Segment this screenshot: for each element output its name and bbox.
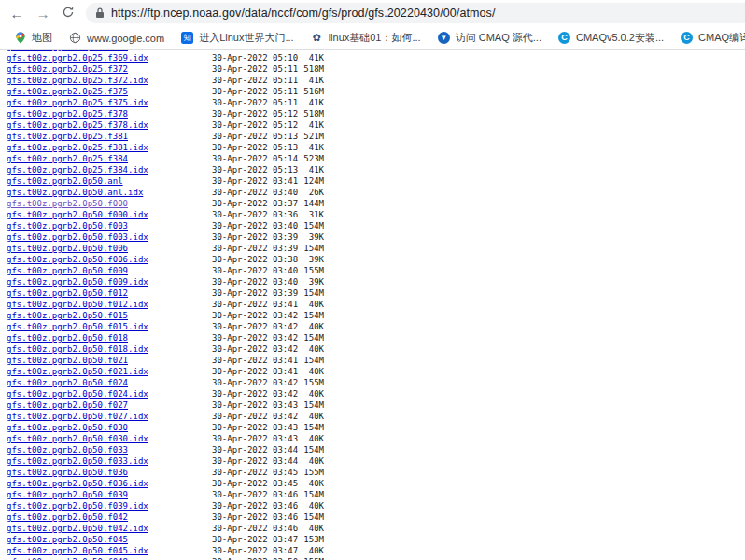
- file-row: gfs.t00z.pgrb2.0p50.f006.idx30-Apr-2022 …: [0, 254, 745, 265]
- padlock-icon[interactable]: [95, 7, 105, 19]
- file-link[interactable]: gfs.t00z.pgrb2.0p50.f000.idx: [7, 209, 148, 220]
- file-size: 40K: [280, 523, 324, 534]
- url-bar[interactable]: https://ftp.ncep.noaa.gov/data/nccf/com/…: [86, 3, 745, 23]
- file-link[interactable]: gfs.t00z.pgrb2.0p25.f381: [7, 131, 128, 142]
- file-link[interactable]: gfs.t00z.pgrb2.0p50.f015.idx: [7, 321, 148, 332]
- file-link[interactable]: gfs.t00z.pgrb2.0p50.f030.idx: [7, 433, 148, 444]
- back-icon: ←: [10, 6, 24, 21]
- file-link[interactable]: gfs.t00z.pgrb2.0p50.f024.idx: [7, 388, 148, 399]
- file-link[interactable]: gfs.t00z.pgrb2.0p50.f012.idx: [7, 299, 148, 310]
- bookmark-label: 地图: [32, 31, 52, 45]
- bookmark-label: 访问 CMAQ 源代...: [456, 31, 541, 45]
- file-size: 154M: [280, 399, 324, 411]
- file-size: 518M: [280, 63, 324, 75]
- file-link[interactable]: gfs.t00z.pgrb2.0p50.f012: [7, 287, 128, 299]
- file-size: 153M: [280, 534, 324, 545]
- file-size: 40K: [280, 545, 324, 556]
- file-link[interactable]: gfs.t00z.pgrb2.0p50.f027: [7, 399, 128, 411]
- file-link[interactable]: gfs.t00z.pgrb2.0p50.f009: [7, 265, 128, 276]
- bookmark-maps[interactable]: 地图: [6, 29, 61, 47]
- file-link[interactable]: gfs.t00z.pgrb2.0p50.f045: [7, 534, 128, 545]
- file-link[interactable]: gfs.t00z.pgrb2.0p50.f048: [7, 556, 128, 560]
- file-row: gfs.t00z.pgrb2.0p50.anl30-Apr-2022 03:41…: [0, 175, 745, 187]
- file-link[interactable]: gfs.t00z.pgrb2.0p50.f039: [7, 489, 128, 500]
- file-link[interactable]: gfs.t00z.pgrb2.0p50.f009.idx: [7, 276, 148, 287]
- bookmark-google[interactable]: www.google.com: [61, 30, 173, 46]
- file-link[interactable]: gfs.t00z.pgrb2.0p50.f006: [7, 243, 128, 254]
- file-size: 40K: [280, 433, 324, 444]
- file-link[interactable]: gfs.t00z.pgrb2.0p25.f372.idx: [7, 75, 148, 86]
- file-link[interactable]: gfs.t00z.pgrb2.0p50.f018.idx: [7, 343, 148, 355]
- file-link[interactable]: gfs.t00z.pgrb2.0p25.f381.idx: [7, 142, 148, 153]
- forward-icon: →: [36, 6, 50, 21]
- file-row: gfs.t00z.pgrb2.0p50.f027.idx30-Apr-2022 …: [0, 411, 745, 422]
- file-size: 154M: [280, 310, 324, 321]
- file-link[interactable]: gfs.t00z.pgrb2.0p50.f030: [7, 422, 128, 433]
- file-row: gfs.t00z.pgrb2.0p50.f012.idx30-Apr-2022 …: [0, 299, 745, 310]
- file-size: 40K: [280, 500, 324, 511]
- file-link[interactable]: gfs.t00z.pgrb2.0p50.f018: [7, 332, 128, 343]
- file-row: gfs.t00z.pgrb2.0p50.f045.idx30-Apr-2022 …: [0, 545, 745, 556]
- file-link[interactable]: gfs.t00z.pgrb2.0p50.f036.idx: [7, 478, 148, 489]
- back-button[interactable]: ←: [5, 0, 29, 26]
- file-link[interactable]: gfs.t00z.pgrb2.0p50.f003.idx: [7, 231, 148, 243]
- file-row: gfs.t00z.pgrb2.0p50.f018.idx30-Apr-2022 …: [0, 343, 745, 355]
- file-row: gfs.t00z.pgrb2.0p50.f04830-Apr-2022 03:5…: [0, 556, 745, 560]
- file-size: 124M: [280, 175, 324, 187]
- bookmark-cmaq-compile[interactable]: C CMAQ编译教程-专...: [672, 29, 745, 47]
- file-link[interactable]: gfs.t00z.pgrb2.0p50.anl.idx: [7, 187, 143, 198]
- bookmark-label: www.google.com: [87, 33, 164, 44]
- file-link[interactable]: gfs.t00z.pgrb2.0p50.f024: [7, 377, 128, 388]
- file-row: gfs.t00z.pgrb2.0p50.f00630-Apr-2022 03:3…: [0, 243, 745, 254]
- file-size: 41K: [280, 164, 324, 175]
- file-row: gfs.t00z.pgrb2.0p50.f00930-Apr-2022 03:4…: [0, 265, 745, 276]
- url-text[interactable]: https://ftp.ncep.noaa.gov/data/nccf/com/…: [111, 7, 496, 20]
- zhihu-icon: 知: [181, 32, 193, 44]
- bookmark-linux-intro[interactable]: 知 进入Linux世界大门...: [173, 29, 302, 47]
- file-size: 40K: [280, 411, 324, 422]
- file-size: 41K: [280, 142, 324, 153]
- forward-button[interactable]: →: [31, 0, 55, 26]
- file-link[interactable]: gfs.t00z.pgrb2.0p50.f042.idx: [7, 523, 148, 534]
- file-row: gfs.t00z.pgrb2.0p25.f37230-Apr-2022 05:1…: [0, 63, 745, 75]
- bookmark-label: linux基础01：如何...: [329, 31, 421, 45]
- bookmark-linux-basics[interactable]: ✿ linux基础01：如何...: [302, 29, 429, 47]
- file-link[interactable]: gfs.t00z.pgrb2.0p25.f375.idx: [7, 97, 148, 108]
- file-link[interactable]: gfs.t00z.pgrb2.0p25.f378: [7, 108, 128, 119]
- browser-toolbar: ← → https://ftp.ncep.noaa.gov/data/nccf/…: [0, 0, 745, 26]
- file-link[interactable]: gfs.t00z.pgrb2.0p50.f033.idx: [7, 455, 148, 467]
- bookmark-cmaq-source[interactable]: ▼ 访问 CMAQ 源代...: [429, 29, 550, 47]
- file-link[interactable]: gfs.t00z.pgrb2.0p50.anl: [7, 175, 123, 187]
- file-link[interactable]: gfs.t00z.pgrb2.0p25.f378.idx: [7, 119, 148, 131]
- file-link[interactable]: gfs.t00z.pgrb2.0p25.f384.idx: [7, 164, 148, 175]
- file-link[interactable]: gfs.t00z.pgrb2.0p50.f003: [7, 220, 128, 231]
- file-row: gfs.t00z.pgrb2.0p50.f024.idx30-Apr-2022 …: [0, 388, 745, 399]
- file-link[interactable]: gfs.t00z.pgrb2.0p50.f021.idx: [7, 366, 148, 377]
- file-size: 40K: [280, 478, 324, 489]
- file-link[interactable]: gfs.t00z.pgrb2.0p25.f372: [7, 63, 128, 75]
- file-link[interactable]: gfs.t00z.pgrb2.0p50.f000: [7, 198, 128, 209]
- file-link[interactable]: gfs.t00z.pgrb2.0p50.f015: [7, 310, 128, 321]
- globe-icon: [69, 32, 81, 44]
- file-link[interactable]: gfs.t00z.pgrb2.0p50.f006.idx: [7, 254, 148, 265]
- file-size: 155M: [280, 377, 324, 388]
- file-row: gfs.t00z.pgrb2.0p50.f033.idx30-Apr-2022 …: [0, 455, 745, 467]
- bookmark-cmaq-install[interactable]: C CMAQv5.0.2安装...: [550, 29, 672, 47]
- file-size: 26K: [280, 187, 324, 198]
- file-link[interactable]: gfs.t00z.pgrb2.0p50.f021: [7, 355, 128, 366]
- file-link[interactable]: gfs.t00z.pgrb2.0p25.f384: [7, 153, 128, 164]
- file-link[interactable]: gfs.t00z.pgrb2.0p50.f036: [7, 467, 128, 478]
- reload-button[interactable]: [56, 0, 80, 26]
- bookmarks-bar: 地图 www.google.com 知 进入Linux世界大门... ✿ lin…: [0, 26, 745, 50]
- file-size: 154M: [280, 220, 324, 231]
- file-link[interactable]: gfs.t00z.pgrb2.0p25.f369.idx: [7, 52, 148, 63]
- file-size: 154M: [280, 332, 324, 343]
- file-link[interactable]: gfs.t00z.pgrb2.0p50.f027.idx: [7, 411, 148, 422]
- file-row: gfs.t00z.pgrb2.0p25.f37830-Apr-2022 05:1…: [0, 108, 745, 119]
- file-link[interactable]: gfs.t00z.pgrb2.0p50.f039.idx: [7, 500, 148, 511]
- file-link[interactable]: gfs.t00z.pgrb2.0p25.f375: [7, 86, 128, 97]
- file-link[interactable]: gfs.t00z.pgrb2.0p50.f045.idx: [7, 545, 148, 556]
- file-link[interactable]: gfs.t00z.pgrb2.0p50.f033: [7, 444, 128, 455]
- file-link[interactable]: gfs.t00z.pgrb2.0p50.f042: [7, 511, 128, 523]
- file-row: gfs.t00z.pgrb2.0p50.f003.idx30-Apr-2022 …: [0, 231, 745, 243]
